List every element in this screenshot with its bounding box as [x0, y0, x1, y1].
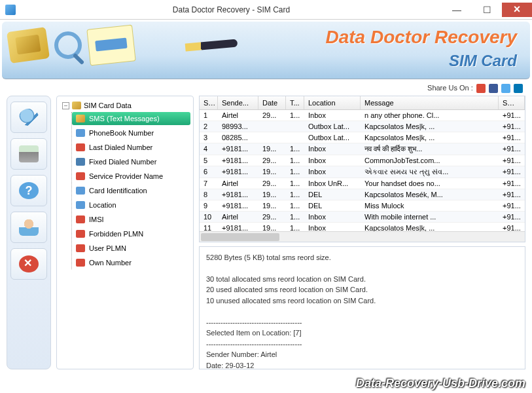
- table-row[interactable]: 11+9181...19...1...InboxKapcsolatos Mes|…: [200, 223, 525, 231]
- cell: Airtel: [218, 110, 258, 121]
- cell: 3: [200, 132, 218, 143]
- close-button[interactable]: ×: [502, 3, 532, 17]
- cell: Kapcsolatos Mes|k, ...: [361, 132, 499, 143]
- pb-icon: [76, 129, 85, 137]
- tree-root[interactable]: – SIM Card Data: [60, 100, 190, 111]
- cell: [286, 132, 304, 143]
- cell: Inbox: [304, 143, 361, 155]
- tree-item-fixed-dialed-number[interactable]: Fixed Dialed Number: [72, 155, 190, 168]
- table-row[interactable]: 8+9181...19...1...DELKapcsolatos Mesék, …: [200, 189, 525, 200]
- cell: 29...: [258, 155, 286, 166]
- cell: 1...: [286, 200, 304, 211]
- tree-root-label: SIM Card Data: [84, 102, 132, 109]
- tree-item-label: SMS (Text Messages): [89, 115, 160, 122]
- column-header[interactable]: S...: [200, 96, 218, 109]
- linkedin-icon[interactable]: [514, 84, 523, 93]
- column-header[interactable]: Sende...: [218, 96, 258, 109]
- cell: Outbox Lat...: [304, 121, 361, 132]
- cell: 19...: [258, 223, 286, 231]
- cell: Inbox: [304, 212, 361, 222]
- cell: Inbox: [304, 155, 361, 166]
- column-header[interactable]: Message: [361, 96, 499, 109]
- table-row[interactable]: 308285...Outbox Lat...Kapcsolatos Mes|k,…: [200, 132, 525, 143]
- tree-item-own-number[interactable]: Own Number: [72, 256, 190, 269]
- watermark: Data-Recovery-Usb-Drive.com: [356, 377, 525, 390]
- twitter-icon[interactable]: [501, 84, 510, 93]
- about-button[interactable]: [10, 212, 47, 243]
- sms-grid: S...Sende...DateT...LocationMessageSMS..…: [199, 96, 525, 242]
- cell: 4: [200, 143, 218, 155]
- maximize-button[interactable]: ☐: [472, 3, 502, 17]
- cell: [258, 121, 286, 132]
- tree-item-imsi[interactable]: IMSI: [72, 213, 190, 226]
- cell: 29...: [258, 212, 286, 222]
- tree-item-label: User PLMN: [89, 244, 126, 252]
- table-row[interactable]: 10Airtel29...1...InboxWith mobile intern…: [200, 212, 525, 223]
- tree-item-phonebook-number[interactable]: PhoneBook Number: [72, 126, 190, 140]
- cell: DEL: [304, 189, 361, 200]
- table-row[interactable]: 4+9181...19...1...Inboxनव वर्ष की हार्दि…: [200, 143, 525, 155]
- table-row[interactable]: 7Airtel29...1...Inbox UnR...Your handset…: [200, 178, 525, 189]
- table-row[interactable]: 9+9181...19...1...DEL Miss Mulock+91...: [200, 200, 525, 212]
- table-row[interactable]: 298993...Outbox Lat...Kapcsolatos Mes|k,…: [200, 121, 525, 132]
- collapse-icon[interactable]: –: [62, 102, 69, 109]
- cell: +91...: [499, 178, 525, 189]
- cell: 11: [200, 223, 218, 231]
- user-icon: [19, 219, 39, 236]
- grid-header: S...Sende...DateT...LocationMessageSMS..…: [200, 96, 525, 110]
- tree-item-user-plmn[interactable]: User PLMN: [72, 242, 190, 255]
- tree-item-card-identification[interactable]: Card Identification: [72, 184, 190, 197]
- column-header[interactable]: Location: [304, 96, 361, 109]
- cell: With mobile internet ...: [361, 212, 499, 222]
- cell: 19...: [258, 189, 286, 200]
- column-header[interactable]: T...: [286, 96, 304, 109]
- cell: Your handset does no...: [361, 178, 499, 189]
- search-sim-button[interactable]: [10, 102, 47, 133]
- tree-item-label: Fixed Dialed Number: [89, 158, 156, 166]
- horizontal-scrollbar[interactable]: [200, 231, 525, 242]
- google-plus-icon[interactable]: [476, 84, 486, 93]
- cell: +9181...: [218, 223, 258, 231]
- up-icon: [76, 244, 85, 252]
- share-label: Share Us On :: [427, 84, 473, 92]
- cell: Inbox UnR...: [304, 178, 361, 189]
- cell: +91...: [499, 166, 525, 178]
- exit-button[interactable]: [10, 248, 47, 280]
- on-icon: [76, 259, 85, 267]
- cell: 5: [200, 155, 218, 166]
- cell: +9181...: [218, 200, 258, 211]
- sim-chip-icon: [7, 27, 50, 64]
- tree-item-label: Forbidden PLMN: [89, 230, 143, 238]
- cell: 1...: [286, 223, 304, 231]
- cell: 6: [200, 166, 218, 178]
- tree-item-last-dialed-number[interactable]: Last Dialed Number: [72, 141, 190, 154]
- tree-item-location[interactable]: Location: [72, 198, 190, 212]
- table-row[interactable]: 5+9181...29...1...InboxCommonJobTest.com…: [200, 155, 525, 166]
- share-row: Share Us On :: [0, 81, 532, 96]
- grid-body[interactable]: 1Airtel29...1...Inboxn any other phone. …: [200, 110, 525, 231]
- cell: CommonJobTest.com...: [361, 155, 499, 166]
- tree-item-forbidden-plmn[interactable]: Forbidden PLMN: [72, 227, 190, 240]
- save-button[interactable]: [10, 138, 47, 170]
- tree-item-service-provider-name[interactable]: Service Provider Name: [72, 170, 190, 183]
- column-header[interactable]: SMS...: [499, 96, 525, 109]
- search-icon: [19, 109, 39, 126]
- tree-panel: – SIM Card Data SMS (Text Messages)Phone…: [56, 96, 194, 369]
- cell: +91...: [499, 143, 525, 155]
- cell: Kapcsolatos Mes|k, ...: [361, 121, 499, 132]
- table-row[interactable]: 1Airtel29...1...Inboxn any other phone. …: [200, 110, 525, 121]
- tree-item-sms-text-messages-[interactable]: SMS (Text Messages): [72, 112, 190, 125]
- loc-icon: [76, 201, 85, 209]
- help-button[interactable]: ?: [10, 175, 47, 206]
- table-row[interactable]: 6+9181...19...1...Inboxએકવાર સમય પર ત્રા…: [200, 166, 525, 178]
- cell: 19...: [258, 143, 286, 155]
- sp-icon: [76, 172, 85, 180]
- cell: +9181...: [218, 189, 258, 200]
- banner-title: Data Doctor Recovery: [325, 27, 517, 48]
- minimize-button[interactable]: —: [442, 3, 472, 17]
- column-header[interactable]: Date: [258, 96, 286, 109]
- facebook-icon[interactable]: [489, 84, 498, 93]
- scrollbar-thumb[interactable]: [201, 233, 279, 241]
- cell: 1...: [286, 110, 304, 121]
- tree-item-label: IMSI: [89, 215, 104, 223]
